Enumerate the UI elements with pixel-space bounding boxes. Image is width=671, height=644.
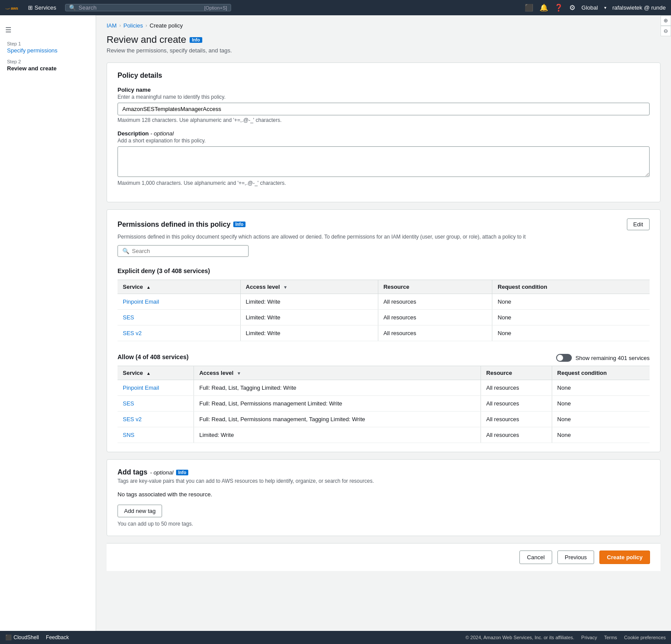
breadcrumb-iam[interactable]: IAM <box>107 22 117 29</box>
access-level-cell: Limited: Write <box>240 325 378 341</box>
resource-cell: All resources <box>481 427 552 443</box>
tags-title: Add tags - optional Info <box>118 468 650 476</box>
settings-icon[interactable]: ⚙ <box>569 3 575 12</box>
perm-title: Permissions defined in this policy Info <box>118 221 246 229</box>
condition-cell: None <box>492 325 650 341</box>
perm-desc: Permissions defined in this policy docum… <box>118 234 650 240</box>
region-chevron: ▾ <box>604 5 606 10</box>
explicit-deny-table: Service ▲ Access level ▼ Resource Reques… <box>118 280 650 341</box>
page-subtitle: Review the permissions, specify details,… <box>107 47 661 54</box>
service-link[interactable]: Pinpoint Email <box>123 384 159 391</box>
tags-card: Add tags - optional Info Tags are key-va… <box>107 459 661 536</box>
table-row: Pinpoint Email Limited: Write All resour… <box>118 294 650 310</box>
resource-cell: All resources <box>481 396 552 412</box>
th-condition-deny: Request condition <box>492 280 650 294</box>
right-panel: ⊕ ⊖ <box>661 15 671 36</box>
service-link[interactable]: SES v2 <box>123 330 142 336</box>
access-level-cell: Full: Read, List, Tagging Limited: Write <box>194 380 481 396</box>
service-link[interactable]: SES <box>123 314 134 321</box>
table-row: SES v2 Limited: Write All resources None <box>118 325 650 341</box>
edit-button[interactable]: Edit <box>627 218 650 230</box>
permissions-search-input[interactable] <box>132 248 244 254</box>
service-link[interactable]: Pinpoint Email <box>123 298 159 305</box>
table-row: Pinpoint Email Full: Read, List, Tagging… <box>118 380 650 396</box>
th-service-allow[interactable]: Service ▲ <box>118 366 194 380</box>
resource-cell: All resources <box>378 310 492 325</box>
policy-details-title: Policy details <box>118 72 650 80</box>
sidebar: ☰ Step 1 Specify permissions Step 2 Revi… <box>0 15 96 631</box>
nav-right: ⬛ 🔔 ❓ ⚙ Global ▾ rafalswietek @ runde <box>525 3 666 12</box>
user-menu[interactable]: rafalswietek @ runde <box>612 4 666 11</box>
allow-title: Allow (4 of 408 services) <box>118 350 189 362</box>
condition-cell: None <box>552 412 650 427</box>
access-level-cell: Full: Read, List, Permissions management… <box>194 412 481 427</box>
policy-name-max: Maximum 128 characters. Use alphanumeric… <box>118 117 650 123</box>
description-optional: - optional <box>150 130 173 137</box>
access-level-cell: Limited: Write <box>194 427 481 443</box>
explicit-deny-title: Explicit deny (3 of 408 services) <box>118 264 650 276</box>
aws-logo[interactable]: aws <box>5 3 19 12</box>
table-row: SES Limited: Write All resources None <box>118 310 650 325</box>
cancel-button[interactable]: Cancel <box>519 551 552 564</box>
grid-icon: ⊞ <box>28 4 33 11</box>
description-textarea[interactable] <box>118 146 650 177</box>
bell-icon[interactable]: 🔔 <box>540 3 548 12</box>
policy-name-hint: Enter a meaningful name to identify this… <box>118 94 650 100</box>
condition-cell: None <box>552 427 650 443</box>
previous-button[interactable]: Previous <box>557 551 595 564</box>
top-navigation: aws ⊞ Services 🔍 [Option+S] ⬛ 🔔 ❓ ⚙ Glob… <box>0 0 671 15</box>
permissions-search-bar[interactable]: 🔍 <box>118 245 249 257</box>
page-info-badge[interactable]: Info <box>190 37 202 43</box>
help-icon[interactable]: ❓ <box>554 3 563 12</box>
service-link[interactable]: SES v2 <box>123 416 142 422</box>
sort-asc-icon-allow: ▲ <box>146 371 151 376</box>
policy-details-card: Policy details Policy name Enter a meani… <box>107 62 661 202</box>
access-level-cell: Limited: Write <box>240 294 378 310</box>
table-row: SES v2 Full: Read, List, Permissions man… <box>118 412 650 427</box>
th-access-allow[interactable]: Access level ▼ <box>194 366 481 380</box>
region-selector[interactable]: Global <box>581 4 598 11</box>
step1-label: Step 1 <box>7 41 89 46</box>
policy-name-input[interactable] <box>118 103 650 115</box>
th-access-deny[interactable]: Access level ▼ <box>240 280 378 294</box>
breadcrumb-current: Create policy <box>150 22 183 29</box>
allow-header: Allow (4 of 408 services) Show remaining… <box>118 350 650 366</box>
breadcrumb-sep2: › <box>145 23 147 28</box>
allow-table: Service ▲ Access level ▼ Resource Reques… <box>118 366 650 443</box>
policy-name-label: Policy name <box>118 87 650 93</box>
description-hint: Add a short explanation for this policy. <box>118 138 650 144</box>
service-link[interactable]: SES <box>123 400 134 407</box>
breadcrumb-policies[interactable]: Policies <box>123 22 143 29</box>
tags-info-badge[interactable]: Info <box>176 470 188 475</box>
condition-cell: None <box>552 396 650 412</box>
perm-header: Permissions defined in this policy Info … <box>118 218 650 230</box>
step2-label: Step 2 <box>7 59 89 64</box>
terminal-icon[interactable]: ⬛ <box>525 3 533 12</box>
tags-desc: Tags are key-value pairs that you can ad… <box>118 478 650 484</box>
condition-cell: None <box>492 310 650 325</box>
show-remaining: Show remaining 401 services <box>556 354 650 362</box>
show-remaining-toggle[interactable] <box>556 354 572 362</box>
right-panel-top-btn[interactable]: ⊕ <box>661 15 671 26</box>
show-remaining-label: Show remaining 401 services <box>575 355 650 361</box>
svg-text:aws: aws <box>11 6 18 10</box>
services-button[interactable]: ⊞ Services <box>24 3 60 13</box>
right-panel-bottom-btn[interactable]: ⊖ <box>661 26 671 36</box>
resource-cell: All resources <box>378 325 492 341</box>
step1-link[interactable]: Specify permissions <box>7 47 89 54</box>
th-service-deny[interactable]: Service ▲ <box>118 280 240 294</box>
search-input[interactable] <box>79 4 202 11</box>
description-label: Description - optional <box>118 130 650 137</box>
add-tag-button[interactable]: Add new tag <box>118 505 162 517</box>
perm-info-badge[interactable]: Info <box>233 222 246 227</box>
access-level-cell: Limited: Write <box>240 310 378 325</box>
th-condition-allow: Request condition <box>552 366 650 380</box>
page-header: Review and create Info Review the permis… <box>107 34 661 54</box>
resource-cell: All resources <box>481 412 552 427</box>
service-link[interactable]: SNS <box>123 432 135 438</box>
resource-cell: All resources <box>378 294 492 310</box>
sidebar-toggle[interactable]: ☰ <box>0 22 96 38</box>
create-policy-button[interactable]: Create policy <box>599 551 650 564</box>
search-bar[interactable]: 🔍 [Option+S] <box>65 4 231 11</box>
table-row: SES Full: Read, List, Permissions manage… <box>118 396 650 412</box>
